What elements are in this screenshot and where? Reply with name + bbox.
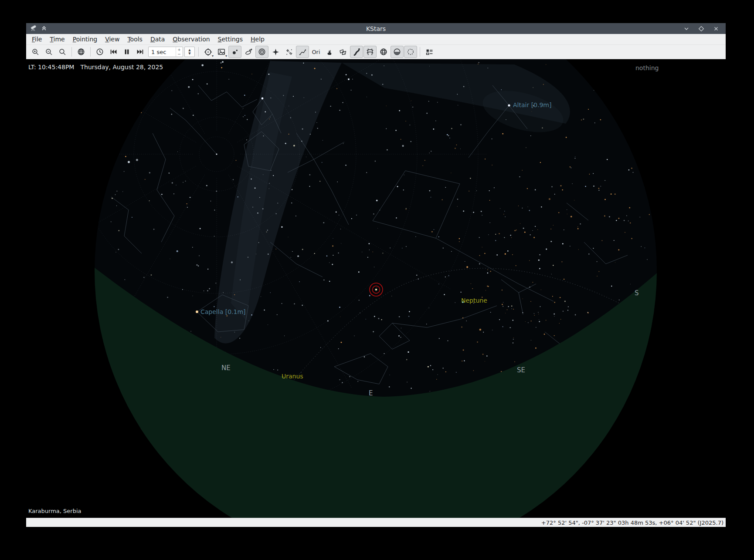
minimize-icon[interactable]	[683, 25, 690, 32]
image-icon	[217, 48, 225, 56]
time-step-plusminus[interactable]: +−	[176, 47, 182, 57]
pause-icon	[123, 48, 130, 55]
close-icon[interactable]	[713, 25, 720, 32]
clock-icon	[96, 48, 104, 56]
titlebar[interactable]: KStars	[26, 23, 726, 34]
time-rewind-button[interactable]	[107, 46, 120, 58]
time-infobox[interactable]: LT: 10:45:48PMThursday, August 28, 2025	[28, 64, 163, 71]
time-step-input[interactable]	[149, 47, 176, 57]
boundary-icon	[339, 48, 347, 56]
toolbar-separator	[71, 47, 72, 57]
constellation-line-icon	[299, 48, 306, 56]
compass-label-se: SE	[517, 366, 525, 374]
toggle-equatorial-grid-button[interactable]	[363, 46, 377, 58]
main-toolbar: +− ▲▼ ▾ ▾ Ori	[26, 45, 726, 59]
menu-observation[interactable]: Observation	[169, 35, 214, 44]
planet-label-neptune[interactable]: Neptune	[461, 297, 487, 304]
time-step-updown[interactable]: ▲▼	[184, 47, 195, 57]
toolbar-separator	[198, 47, 199, 57]
menu-tools[interactable]: Tools	[123, 35, 146, 44]
status-bar: +72° 52' 54", -07° 37' 23" 03h 48m 53s, …	[26, 518, 726, 527]
kstars-app-icon	[30, 24, 37, 34]
toggle-constellation-lines-button[interactable]	[296, 46, 309, 58]
window-title: KStars	[26, 25, 726, 32]
toggle-deep-sky-button[interactable]	[242, 46, 255, 58]
toggle-horizontal-grid-button[interactable]	[377, 46, 390, 58]
globe-icon	[77, 48, 85, 56]
magnifier-plus-icon	[32, 48, 39, 56]
focus-infobox[interactable]: nothing	[635, 64, 659, 71]
time-forward-button[interactable]	[134, 46, 147, 58]
whats-interesting-button[interactable]	[423, 46, 436, 58]
menu-view[interactable]: View	[101, 35, 123, 44]
equatorial-grid-icon	[366, 48, 374, 56]
chevron-up-icon: ▲	[188, 48, 190, 52]
pointing-focus-button[interactable]: ▾	[201, 46, 214, 58]
date-label: Thursday, August 28, 2025	[80, 64, 163, 71]
location-label: Karaburma, Serbia	[28, 508, 82, 514]
star-label-capella[interactable]: Capella [0.1m]	[200, 308, 246, 315]
zoom-in-button[interactable]	[29, 46, 42, 58]
toggle-constellation-names-button[interactable]: Ori	[309, 46, 323, 58]
toggle-milky-way-button[interactable]	[350, 46, 363, 58]
toggle-stars-button[interactable]	[228, 46, 241, 58]
menubar: File Time Pointing View Tools Data Obser…	[26, 34, 726, 45]
maximize-icon[interactable]	[698, 25, 705, 32]
star-label-altair[interactable]: Altair [0.9m]	[513, 101, 551, 108]
list-icon	[426, 48, 433, 56]
time-pause-button[interactable]	[120, 46, 133, 58]
find-object-button[interactable]	[56, 46, 69, 58]
magnifier-minus-icon	[45, 48, 53, 56]
stars-icon	[231, 48, 239, 56]
time-step-spinbox[interactable]: +−	[148, 47, 183, 57]
toggle-satellites-button[interactable]	[282, 46, 295, 58]
milky-way-icon	[353, 48, 360, 56]
toggle-supernovae-button[interactable]	[269, 46, 282, 58]
galaxy-icon	[245, 48, 253, 56]
kstars-window: KStars	[26, 23, 726, 526]
satellites-icon	[285, 48, 293, 56]
dropdown-caret-icon: ▾	[212, 54, 214, 58]
menu-file[interactable]: File	[28, 35, 46, 44]
toggle-solar-system-button[interactable]	[255, 46, 268, 58]
sky-render	[26, 59, 726, 518]
geographic-location-button[interactable]	[75, 46, 88, 58]
toolbar-separator	[420, 47, 420, 57]
supernova-icon	[272, 48, 279, 56]
sky-map[interactable]: LT: 10:45:48PMThursday, August 28, 2025 …	[26, 59, 726, 518]
time-step-control: +− ▲▼	[148, 47, 195, 57]
shade-window-icon[interactable]	[41, 24, 47, 33]
rabbit-icon	[326, 48, 333, 56]
chevron-down-icon: ▼	[188, 52, 190, 55]
view-image-button[interactable]: ▾	[215, 46, 228, 58]
compass-label-s: S	[635, 289, 639, 297]
compass-label-ne: NE	[221, 364, 231, 372]
set-time-button[interactable]	[93, 46, 106, 58]
toggle-constellation-art-button[interactable]	[323, 46, 336, 58]
toggle-ground-button[interactable]	[391, 46, 404, 58]
dotted-circle-icon	[407, 48, 414, 56]
horizontal-grid-icon	[380, 48, 387, 56]
text-icon: Ori	[312, 49, 320, 55]
menu-help[interactable]: Help	[247, 35, 268, 44]
zoom-out-button[interactable]	[42, 46, 55, 58]
planet-label-uranus[interactable]: Uranus	[282, 373, 303, 380]
cursor-coordinates: +72° 52' 54", -07° 37' 23" 03h 48m 53s, …	[541, 520, 726, 526]
menu-time[interactable]: Time	[46, 35, 68, 44]
menu-pointing[interactable]: Pointing	[69, 35, 101, 44]
menu-settings[interactable]: Settings	[214, 35, 247, 44]
compass-label-e: E	[369, 389, 373, 397]
dropdown-caret-icon: ▾	[225, 54, 227, 58]
toggle-constellation-boundaries-button[interactable]	[336, 46, 350, 58]
target-icon	[204, 48, 212, 56]
menu-data[interactable]: Data	[146, 35, 169, 44]
magnifier-icon	[59, 48, 66, 56]
horizon-icon	[393, 48, 401, 56]
skip-backward-icon	[109, 48, 117, 55]
local-time-label: LT: 10:45:48PM	[28, 64, 74, 71]
toggle-flags-button[interactable]	[404, 46, 417, 58]
toolbar-separator	[90, 47, 91, 57]
bullseye-icon	[258, 48, 266, 56]
skip-forward-icon	[136, 48, 144, 55]
